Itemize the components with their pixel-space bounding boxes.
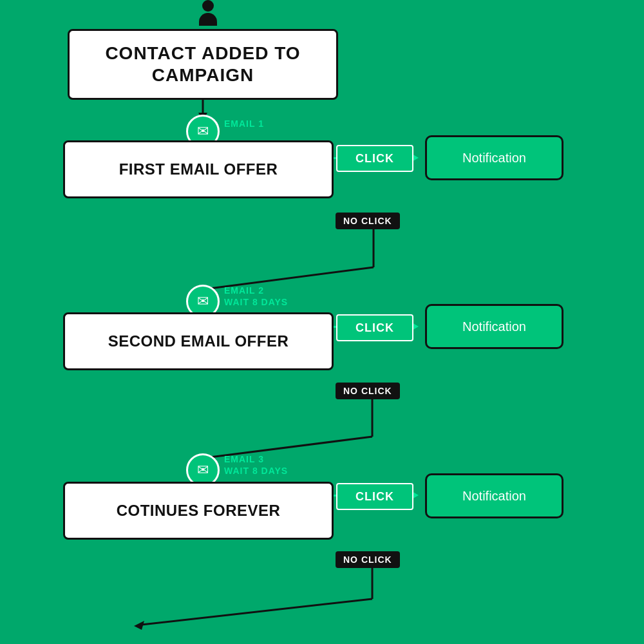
svg-line-9 [142, 599, 372, 625]
email3-click-button[interactable]: CLICK [336, 483, 413, 510]
start-box-text: CONTACT ADDED TO CAMPAIGN [105, 43, 300, 86]
email2-no-click-badge: NO CLICK [336, 383, 400, 399]
email1-icon: ✉ [197, 123, 209, 140]
email3-label: EMAIL 3 WAIT 8 DAYS [224, 453, 288, 477]
email3-offer-box: COTINUES FOREVER [63, 482, 334, 540]
email1-notification-box: Notification [425, 135, 564, 180]
email3-no-click-badge: NO CLICK [336, 551, 400, 568]
email3-icon: ✉ [197, 462, 209, 478]
email1-label: EMAIL 1 [224, 118, 264, 129]
email1-offer-box: FIRST EMAIL OFFER [63, 140, 334, 198]
email2-label: EMAIL 2 WAIT 8 DAYS [224, 285, 288, 308]
email1-click-button[interactable]: CLICK [336, 145, 413, 172]
email2-notification-box: Notification [425, 304, 564, 349]
email3-notification-box: Notification [425, 473, 564, 518]
email2-click-button[interactable]: CLICK [336, 314, 413, 341]
email2-offer-box: SECOND EMAIL OFFER [63, 312, 334, 370]
email2-icon: ✉ [197, 293, 209, 310]
start-box: CONTACT ADDED TO CAMPAIGN [68, 29, 338, 100]
email3-offer-text: COTINUES FOREVER [117, 502, 281, 520]
email1-no-click-badge: NO CLICK [336, 213, 400, 229]
email1-offer-text: FIRST EMAIL OFFER [119, 160, 278, 178]
person-icon [198, 0, 218, 26]
svg-marker-10 [134, 621, 144, 630]
email2-offer-text: SECOND EMAIL OFFER [108, 332, 289, 350]
diagram: CONTACT ADDED TO CAMPAIGN ✉ EMAIL 1 FIRS… [0, 0, 644, 644]
